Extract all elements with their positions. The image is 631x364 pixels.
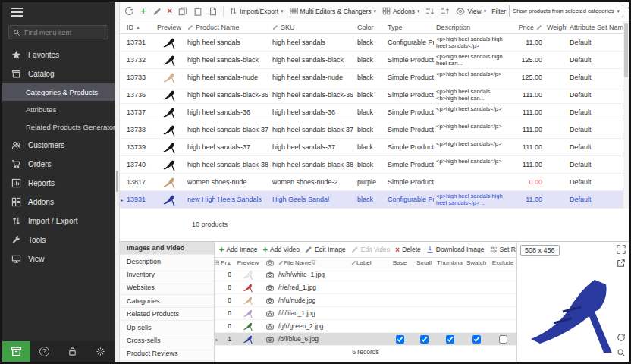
paste-button[interactable] [191,4,205,19]
tab-websites[interactable]: Websites [120,281,214,294]
sidebar-item-view[interactable]: View [2,249,115,268]
zoom-icon[interactable] [617,348,626,357]
import-export-menu[interactable]: Import/Export ▾ [227,4,286,19]
product-row[interactable]: ▸13931new High Heels SandalsHigh Geels S… [120,191,623,209]
column-header-file-name[interactable]: File Name [277,259,350,266]
product-row[interactable]: 13733high heel sandals-nudehigh heel san… [120,69,623,86]
delete-product-button[interactable]: × [165,4,174,19]
column-header-preview[interactable]: Preview [153,24,185,31]
column-header-small[interactable]: Small [412,259,436,266]
tab-related-products[interactable]: Related Products [120,308,214,321]
grid-vertical-scrollbar[interactable] [623,21,629,209]
edit-product-button[interactable] [150,4,164,19]
column-header-product-name[interactable]: Product Name [185,24,270,31]
exclude-checkbox[interactable] [499,335,507,344]
column-header-description[interactable]: Description [434,24,513,31]
sort-descending-button[interactable] [438,4,452,19]
set-resize-rule-button[interactable]: Set Resize Rule ▾ [490,246,516,253]
open-external-icon[interactable] [617,259,626,268]
column-header-exclude[interactable]: Exclude [489,259,516,266]
column-header-sku[interactable]: SKU [270,24,355,31]
gear-icon[interactable] [96,347,105,356]
image-row[interactable]: 0/r/e/red_1.jpg [215,281,516,294]
lock-icon[interactable] [67,347,77,356]
sidebar-item-orders[interactable]: Orders [2,155,115,174]
panel-splitter[interactable] [115,2,120,362]
dimensions-input[interactable]: 508 x 456 [520,245,560,256]
sidebar-item-customers[interactable]: Customers [2,136,115,155]
column-header-label[interactable]: Label [350,259,388,266]
image-row[interactable]: 0/n/u/nude.jpg [215,294,516,307]
help-button[interactable]: ? [39,347,49,356]
product-row[interactable]: 13732high heel sandals-blackhigh heel sa… [120,52,623,69]
product-row[interactable]: 13736high heel sandals-black-36high heel… [120,86,623,104]
add-video-button[interactable]: + Add Video [263,245,300,254]
edit-image-button[interactable]: Edit Image [305,246,346,253]
download-image-button[interactable]: Download Image [426,246,485,253]
sidebar-item-tools[interactable]: Tools [2,231,115,249]
edit-video-button[interactable]: Edit Video [351,246,391,253]
column-header-swatch[interactable]: Swatch [463,259,489,266]
sidebar-item-addons[interactable]: Addons [2,193,115,212]
menu-search-input[interactable] [24,29,104,36]
column-header-attribute-set[interactable]: Attribute Set Name [567,24,623,31]
product-row[interactable]: 13738high heel sandals-black-37high heel… [120,121,623,139]
column-header-preview[interactable]: Preview [233,259,263,266]
column-header-media-type[interactable] [263,259,277,266]
add-product-button[interactable]: + [138,4,149,19]
tab-description[interactable]: Description [120,255,214,268]
splitter-handle[interactable] [116,171,118,192]
swatch-checkbox[interactable] [472,335,481,344]
tab-up-sells[interactable]: Up-sells [120,321,214,334]
column-header-priority[interactable]: Pr ▲ [219,259,233,266]
image-row[interactable]: 0/w/h/white_1.jpg [215,268,516,281]
sidebar-item-favorites[interactable]: Favorites [2,46,115,64]
column-header-type[interactable]: Type [385,24,434,31]
column-header-id[interactable]: ID ▲ [124,24,153,31]
base-checkbox[interactable] [396,335,404,344]
small-checkbox[interactable] [420,335,429,344]
add-image-button[interactable]: + Add Image [219,245,258,254]
sort-ascending-button[interactable] [423,4,437,19]
delete-image-button[interactable]: × Delete [395,246,420,254]
column-header-color[interactable]: Color [355,24,385,31]
sidebar-subitem-attributes[interactable]: Attributes [2,101,115,118]
scrollbar-thumb[interactable] [624,23,628,77]
copy-button[interactable] [176,4,190,19]
sidebar-subitem-related-products-generator[interactable]: Related Products Generator [2,118,115,136]
import-export-label: Import/Export [240,8,278,15]
tab-inventory[interactable]: Inventory [120,268,214,281]
product-row[interactable]: 13737high heel sandals-36high heel sanda… [120,104,623,121]
product-row[interactable]: 13739high heel sandals-37high heel sanda… [120,139,623,156]
sidebar-item-catalog[interactable]: Catalog [2,64,115,83]
tab-cross-sells[interactable]: Cross-sells [120,334,214,347]
sidebar-item-reports[interactable]: Reports [2,174,115,193]
duplicate-button[interactable] [206,4,220,19]
image-row[interactable]: 0/l/i/lilac_1.jpg [215,307,516,320]
menu-hamburger-button[interactable] [2,2,115,22]
store-button[interactable] [2,341,30,362]
column-header-weight[interactable]: Weight [545,24,567,31]
column-header-base[interactable]: Base [388,259,412,266]
refresh-button[interactable] [122,4,137,19]
image-row[interactable]: ▸1/b/l/blue_6.jpg [215,333,516,346]
image-row[interactable]: 0/g/r/green_2.jpg [215,320,516,333]
tab-images-and-video[interactable]: Images and Video [120,242,214,255]
tab-product-reviews[interactable]: Product Reviews [120,347,214,360]
category-filter-select[interactable]: Show products from selected categories ▾ [509,5,623,17]
sidebar-item-import-export[interactable]: Import / Export [2,212,115,231]
rotate-icon[interactable] [617,333,626,342]
column-header-price[interactable]: Price [513,24,545,31]
product-row[interactable]: 13731high heel sandalshigh heel sandalsb… [120,34,623,52]
addons-menu[interactable]: Addons ▾ [380,4,422,19]
tab-categories[interactable]: Categories [120,295,214,308]
fullscreen-icon[interactable] [617,245,626,254]
thumbnail-checkbox[interactable] [446,335,454,344]
multi-editors-menu[interactable]: Multi Editors & Changers ▾ [287,4,379,19]
view-menu[interactable]: View ▾ [454,4,488,19]
product-row[interactable]: 13740high heel sandals-black-38high heel… [120,156,623,174]
column-header-thumbnail[interactable]: Thumbna [436,259,463,266]
sidebar-subitem-categories-products[interactable]: Categories & Products [2,83,115,101]
filters-menu[interactable]: Filters ▾ [625,4,629,19]
product-row[interactable]: 13817women shoes-nudewomen shoes-nude-2p… [120,174,623,191]
